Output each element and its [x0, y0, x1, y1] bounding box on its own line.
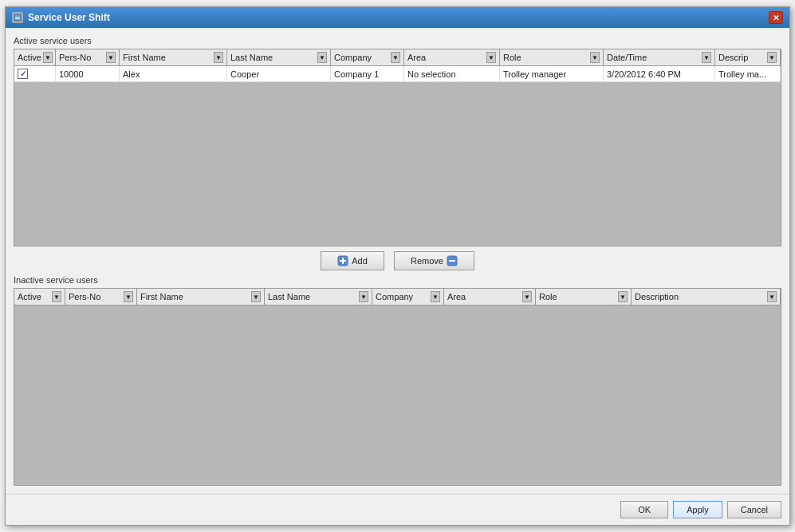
active-table-row[interactable]: 10000 Alex Cooper Company 1 No selection…	[14, 66, 781, 82]
remove-icon	[447, 255, 458, 266]
add-icon	[337, 255, 348, 266]
inactive-table-header: Active ▼ Pers-No ▼ First Name ▼ Last N	[14, 289, 781, 305]
inactive-col-filter-area[interactable]: ▼	[522, 291, 532, 302]
col-header-role: Role ▼	[500, 49, 604, 65]
cell-company: Company 1	[331, 66, 404, 81]
col-header-pers-no: Pers-No ▼	[56, 49, 120, 65]
apply-button[interactable]: Apply	[673, 501, 722, 518]
ok-button[interactable]: OK	[620, 501, 668, 518]
cell-last-name: Cooper	[227, 66, 331, 81]
inactive-col-header-pers-no: Pers-No ▼	[65, 289, 137, 305]
inactive-col-filter-last-name[interactable]: ▼	[359, 291, 368, 302]
inactive-col-filter-first-name[interactable]: ▼	[251, 291, 261, 302]
col-header-last-name: Last Name ▼	[227, 49, 331, 65]
cell-datetime: 3/20/2012 6:40 PM	[604, 66, 715, 81]
inactive-col-header-last-name: Last Name ▼	[265, 289, 372, 305]
inactive-col-filter-active[interactable]: ▼	[52, 291, 61, 302]
col-filter-descrip[interactable]: ▼	[767, 52, 777, 63]
cell-descrip: Trolley ma...	[715, 66, 781, 81]
cell-active-checkbox[interactable]	[14, 66, 56, 81]
inactive-col-header-company: Company ▼	[372, 289, 444, 305]
inactive-col-header-role: Role ▼	[536, 289, 632, 305]
title-bar-left: Service User Shift	[12, 12, 110, 23]
add-button[interactable]: Add	[321, 251, 384, 270]
active-checkbox[interactable]	[18, 69, 28, 79]
col-header-first-name: First Name ▼	[120, 49, 227, 65]
active-table-body	[14, 82, 781, 246]
active-section-label: Active service users	[14, 36, 781, 45]
active-table-header: Active ▼ Pers-No ▼ First Name ▼ Last N	[14, 49, 781, 66]
inactive-col-header-area: Area ▼	[444, 289, 536, 305]
inactive-section-label: Inactive service users	[14, 275, 781, 285]
cell-first-name: Alex	[120, 66, 227, 81]
inactive-table: Active ▼ Pers-No ▼ First Name ▼ Last N	[14, 288, 781, 486]
inactive-col-filter-descrip[interactable]: ▼	[767, 291, 777, 302]
col-header-active: Active ▼	[14, 49, 56, 65]
inactive-col-header-active: Active ▼	[14, 289, 65, 305]
content-area: Active service users Active ▼ Pers-No ▼	[6, 28, 789, 494]
cell-pers-no: 10000	[56, 66, 120, 81]
inactive-col-filter-pers-no[interactable]: ▼	[124, 291, 133, 302]
active-table: Active ▼ Pers-No ▼ First Name ▼ Last N	[14, 49, 781, 246]
footer-buttons: OK Apply Cancel	[6, 494, 789, 525]
col-filter-company[interactable]: ▼	[391, 52, 400, 63]
col-filter-first-name[interactable]: ▼	[214, 52, 223, 63]
active-section: Active service users Active ▼ Pers-No ▼	[14, 36, 781, 246]
col-header-descrip: Descrip ▼	[715, 49, 781, 65]
col-filter-datetime[interactable]: ▼	[702, 52, 711, 63]
window-title: Service User Shift	[28, 12, 110, 23]
svg-rect-2	[15, 18, 20, 19]
sections-wrapper: Active service users Active ▼ Pers-No ▼	[14, 36, 781, 486]
cancel-button[interactable]: Cancel	[727, 501, 781, 518]
inactive-col-header-first-name: First Name ▼	[137, 289, 265, 305]
col-header-area: Area ▼	[404, 49, 500, 65]
inactive-col-filter-role[interactable]: ▼	[618, 291, 628, 302]
close-button[interactable]: ✕	[769, 11, 783, 24]
col-header-datetime: Date/Time ▼	[604, 49, 715, 65]
window-icon	[12, 12, 23, 23]
cell-role: Trolley manager	[500, 66, 604, 81]
title-bar: Service User Shift ✕	[6, 7, 789, 28]
inactive-col-header-descrip: Description ▼	[632, 289, 781, 305]
col-filter-last-name[interactable]: ▼	[317, 52, 327, 63]
action-buttons: Add Remove	[14, 246, 781, 275]
col-filter-role[interactable]: ▼	[590, 52, 600, 63]
svg-rect-1	[15, 17, 20, 18]
col-filter-pers-no[interactable]: ▼	[106, 52, 116, 63]
inactive-col-filter-company[interactable]: ▼	[431, 291, 440, 302]
col-header-company: Company ▼	[331, 49, 404, 65]
main-window: Service User Shift ✕ Active service user…	[5, 6, 790, 526]
remove-button[interactable]: Remove	[394, 251, 474, 270]
inactive-table-body	[14, 305, 781, 485]
cell-area: No selection	[404, 66, 500, 81]
col-filter-active[interactable]: ▼	[43, 52, 53, 63]
inactive-section: Inactive service users Active ▼ Pers-No …	[14, 275, 781, 486]
col-filter-area[interactable]: ▼	[486, 52, 496, 63]
